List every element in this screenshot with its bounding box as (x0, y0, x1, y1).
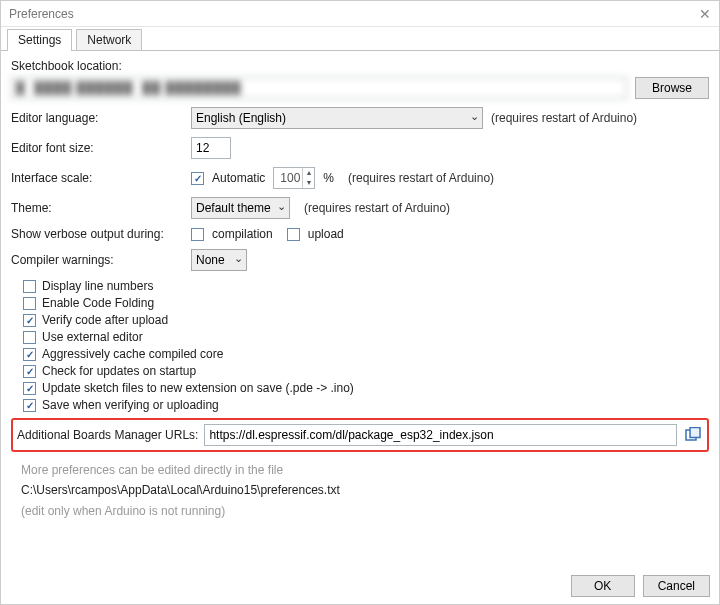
additional-urls-input[interactable] (204, 424, 677, 446)
svg-rect-1 (690, 428, 700, 438)
verbose-upload-checkbox[interactable] (287, 228, 300, 241)
titlebar: Preferences ✕ (1, 1, 719, 27)
restart-hint-theme: (requires restart of Arduino) (304, 201, 450, 215)
editor-language-select[interactable]: English (English) (191, 107, 483, 129)
aggressive-cache-checkbox[interactable] (23, 348, 36, 361)
automatic-scale-checkbox[interactable] (191, 172, 204, 185)
verbose-compilation-checkbox[interactable] (191, 228, 204, 241)
open-urls-dialog-icon[interactable] (683, 425, 703, 445)
footer-info: More preferences can be edited directly … (21, 460, 709, 521)
footer-prefs-path: C:\Users\rcampos\AppData\Local\Arduino15… (21, 480, 709, 500)
font-size-label: Editor font size: (11, 141, 183, 155)
cancel-button[interactable]: Cancel (643, 575, 710, 597)
verbose-label: Show verbose output during: (11, 227, 183, 241)
ok-button[interactable]: OK (571, 575, 635, 597)
update-ext-label: Update sketch files to new extension on … (42, 381, 354, 395)
save-on-verify-label: Save when verifying or uploading (42, 398, 219, 412)
tab-strip: Settings Network (1, 27, 719, 51)
restart-hint-scale: (requires restart of Arduino) (348, 171, 494, 185)
sketchbook-label: Sketchbook location: (11, 59, 709, 73)
font-size-input[interactable] (191, 137, 231, 159)
footer-line3: (edit only when Arduino is not running) (21, 501, 709, 521)
verify-after-upload-checkbox[interactable] (23, 314, 36, 327)
scale-value-input[interactable] (274, 168, 302, 188)
external-editor-checkbox[interactable] (23, 331, 36, 344)
external-editor-label: Use external editor (42, 330, 143, 344)
sketchbook-path-input[interactable] (11, 77, 627, 99)
editor-language-label: Editor language: (11, 111, 183, 125)
verbose-upload-label: upload (308, 227, 344, 241)
automatic-scale-label: Automatic (212, 171, 265, 185)
browse-button[interactable]: Browse (635, 77, 709, 99)
theme-label: Theme: (11, 201, 183, 215)
scale-spinner[interactable]: ▲▼ (273, 167, 315, 189)
footer-line1: More preferences can be edited directly … (21, 460, 709, 480)
display-line-numbers-checkbox[interactable] (23, 280, 36, 293)
window-title: Preferences (9, 7, 74, 21)
dialog-buttons: OK Cancel (571, 575, 710, 597)
tab-network[interactable]: Network (76, 29, 142, 50)
verbose-compilation-label: compilation (212, 227, 273, 241)
theme-select[interactable]: Default theme (191, 197, 290, 219)
additional-urls-row: Additional Boards Manager URLs: (11, 418, 709, 452)
enable-code-folding-checkbox[interactable] (23, 297, 36, 310)
verify-after-upload-label: Verify code after upload (42, 313, 168, 327)
enable-code-folding-label: Enable Code Folding (42, 296, 154, 310)
close-icon[interactable]: ✕ (699, 6, 711, 22)
check-updates-label: Check for updates on startup (42, 364, 196, 378)
percent-label: % (323, 171, 334, 185)
update-ext-checkbox[interactable] (23, 382, 36, 395)
settings-panel: Sketchbook location: Browse Editor langu… (1, 51, 719, 521)
save-on-verify-checkbox[interactable] (23, 399, 36, 412)
check-updates-checkbox[interactable] (23, 365, 36, 378)
compiler-warnings-select[interactable]: None (191, 249, 247, 271)
aggressive-cache-label: Aggressively cache compiled core (42, 347, 223, 361)
display-line-numbers-label: Display line numbers (42, 279, 153, 293)
spinner-updown-icon[interactable]: ▲▼ (302, 168, 314, 188)
compiler-warnings-label: Compiler warnings: (11, 253, 183, 267)
restart-hint: (requires restart of Arduino) (491, 111, 637, 125)
tab-settings[interactable]: Settings (7, 29, 72, 50)
interface-scale-label: Interface scale: (11, 171, 183, 185)
additional-urls-label: Additional Boards Manager URLs: (17, 428, 198, 442)
